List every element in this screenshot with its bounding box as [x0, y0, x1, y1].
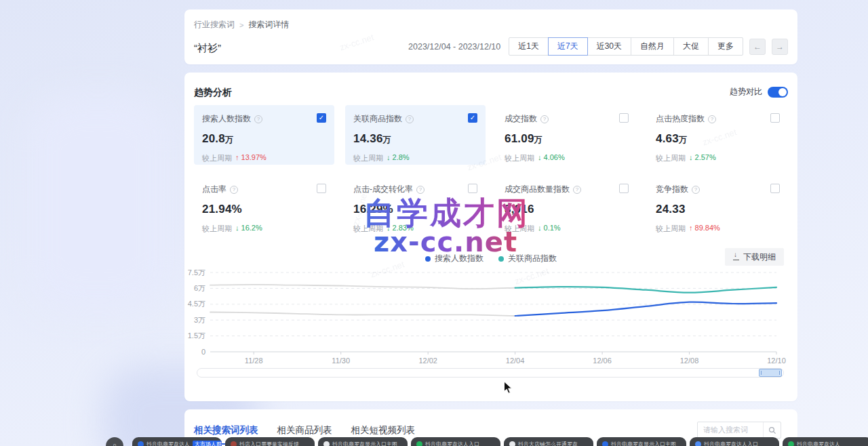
metric-value: 14.36万: [353, 132, 477, 146]
breadcrumb: 行业搜索词 搜索词详情: [194, 19, 289, 31]
range-button-natural-month[interactable]: 自然月: [631, 37, 674, 56]
tab-related-products[interactable]: 相关商品列表: [277, 424, 332, 437]
svg-text:1.5万: 1.5万: [188, 331, 205, 340]
search-input[interactable]: 请输入搜索词: [698, 425, 763, 435]
svg-text:4.5万: 4.5万: [188, 300, 205, 308]
info-icon[interactable]: ?: [406, 115, 414, 123]
svg-text:12/02: 12/02: [418, 357, 437, 365]
browser-tab-stub[interactable]: 抖音电商罗盘显示入口主图: [597, 437, 686, 446]
metric-value: 24.33: [656, 203, 780, 216]
breadcrumb-separator: [239, 20, 243, 30]
floating-search-widget[interactable]: ⌕: [106, 437, 123, 446]
breadcrumb-search-word-detail: 搜索词详情: [248, 19, 289, 31]
taskbar: ⌕ 抖音电商罗盘达人 大市场人群 抖店入口需要量实操反馈 抖音电商罗盘显示入口主…: [0, 437, 868, 446]
metric-checkbox[interactable]: [770, 184, 780, 193]
metric-label: 搜索人数指数: [202, 113, 251, 125]
favicon-icon: [788, 441, 794, 446]
breadcrumb-industry-search-words[interactable]: 行业搜索词: [194, 19, 235, 31]
metric-delta: 较上周期16.2%: [202, 224, 326, 234]
download-detail-button[interactable]: 下载明细: [725, 248, 784, 266]
toggle-knob: [778, 88, 787, 96]
metric-label: 点击热度指数: [656, 113, 705, 125]
date-filter-bar: 2023/12/04 - 2023/12/10 近1天 近7天 近30天 自然月…: [408, 37, 788, 56]
watermark-site: zx-cc.net: [374, 226, 517, 258]
svg-text:11/30: 11/30: [332, 357, 350, 365]
search-icon[interactable]: [763, 422, 781, 438]
browser-tab-stub[interactable]: 抖音电商罗盘达人 大市场人群: [132, 437, 222, 446]
metric-value: 20.8万: [202, 132, 326, 146]
metric-value: 21.94%: [202, 203, 326, 216]
related-tabs: 相关搜索词列表 相关商品列表 相关短视频列表: [194, 424, 415, 437]
svg-text:7.5万: 7.5万: [188, 268, 205, 277]
metric-checkbox[interactable]: [468, 184, 477, 193]
favicon-icon: [602, 441, 608, 446]
favicon-icon: [416, 441, 422, 446]
favicon-icon: [695, 441, 701, 446]
range-button-more[interactable]: 更多: [708, 37, 743, 56]
svg-text:12/10: 12/10: [767, 357, 786, 365]
download-icon: [733, 254, 739, 260]
page-title-keyword: “衬衫”: [194, 42, 221, 55]
favicon-icon: [231, 441, 237, 446]
browser-tab-stub[interactable]: 抖音电商罗盘达人: [783, 437, 868, 446]
svg-text:12/06: 12/06: [593, 357, 612, 365]
svg-text:0: 0: [201, 348, 205, 356]
metric-label: 点击率: [202, 184, 226, 195]
metric-checkbox[interactable]: [619, 184, 629, 193]
metric-checkbox[interactable]: [619, 113, 629, 123]
background-blob: [27, 95, 170, 312]
prev-period-button[interactable]: ←: [749, 39, 766, 55]
section-title-trend: 趋势分析: [194, 87, 232, 99]
metric-delta: 较上周期2.57%: [656, 153, 780, 163]
date-range-segmented-control: 近1天 近7天 近30天 自然月 大促 更多: [509, 37, 743, 56]
metric-card-transaction-index[interactable]: 成交指数? 61.09万 较上周期4.06%: [496, 105, 637, 165]
keyword-search-box[interactable]: 请输入搜索词: [697, 422, 781, 439]
favicon-icon: [509, 441, 515, 446]
browser-tab-stub[interactable]: 抖音大店铺怎么开通罗盘: [504, 437, 593, 446]
favicon-icon: [138, 441, 144, 446]
svg-text:6万: 6万: [194, 284, 205, 292]
browser-tab-stub[interactable]: 抖音电商罗盘达人入口: [411, 437, 500, 446]
range-button-promotion[interactable]: 大促: [673, 37, 709, 56]
tab-related-search-words[interactable]: 相关搜索词列表: [194, 424, 258, 437]
browser-tab-stub[interactable]: 抖店入口需要量实操反馈: [225, 437, 315, 446]
info-icon[interactable]: ?: [540, 115, 549, 123]
info-icon[interactable]: ?: [573, 186, 581, 194]
metric-delta: 较上周期4.06%: [505, 153, 629, 163]
trend-compare-label: 趋势对比: [730, 86, 762, 98]
metric-card-search-users[interactable]: 搜索人数指数? ✓ 20.8万 较上周期13.97%: [194, 105, 334, 165]
trend-compare-control: 趋势对比: [730, 86, 788, 98]
date-range-text: 2023/12/04 - 2023/12/10: [408, 42, 500, 52]
metric-checkbox[interactable]: ✓: [317, 113, 326, 123]
metric-checkbox[interactable]: [770, 113, 780, 123]
metric-label: 成交指数: [505, 113, 537, 125]
range-button-7days[interactable]: 近7天: [548, 37, 588, 56]
arrow-right-icon: →: [776, 42, 784, 52]
chart-range-brush[interactable]: [197, 368, 784, 378]
metric-card-competition-index[interactable]: 竞争指数? 24.33 较上周期89.84%: [648, 176, 788, 235]
brush-selection-handle[interactable]: [759, 369, 782, 377]
info-icon[interactable]: ?: [254, 115, 262, 123]
svg-text:12/08: 12/08: [680, 357, 699, 365]
metric-value: 61.09万: [505, 132, 629, 146]
info-icon[interactable]: ?: [692, 186, 700, 194]
metric-checkbox[interactable]: ✓: [468, 113, 477, 123]
metric-label: 关联商品指数: [353, 113, 402, 125]
mouse-cursor: [503, 381, 513, 398]
info-icon[interactable]: ?: [708, 115, 716, 123]
trend-compare-toggle[interactable]: [768, 87, 788, 98]
range-button-30days[interactable]: 近30天: [587, 37, 631, 56]
metric-label: 竞争指数: [656, 184, 688, 195]
svg-text:3万: 3万: [194, 316, 205, 324]
browser-tab-stub[interactable]: 抖音电商罗盘达人入口: [690, 437, 779, 446]
browser-tab-stub[interactable]: 抖音电商罗盘显示入口主图: [318, 437, 408, 446]
metric-checkbox[interactable]: [317, 184, 326, 193]
range-button-1day[interactable]: 近1天: [509, 37, 549, 56]
next-period-button[interactable]: →: [772, 39, 788, 55]
metric-delta: 较上周期2.8%: [353, 153, 477, 163]
trend-line-chart: 01.5万3万4.5万6万7.5万11/2811/3012/0212/0412/…: [183, 268, 787, 370]
tab-related-short-videos[interactable]: 相关短视频列表: [351, 424, 416, 437]
metric-card-click-rate[interactable]: 点击率? 21.94% 较上周期16.2%: [194, 176, 334, 235]
info-icon[interactable]: ?: [230, 186, 238, 194]
metric-card-related-products[interactable]: 关联商品指数? ✓ 14.36万 较上周期2.8%: [345, 105, 486, 165]
